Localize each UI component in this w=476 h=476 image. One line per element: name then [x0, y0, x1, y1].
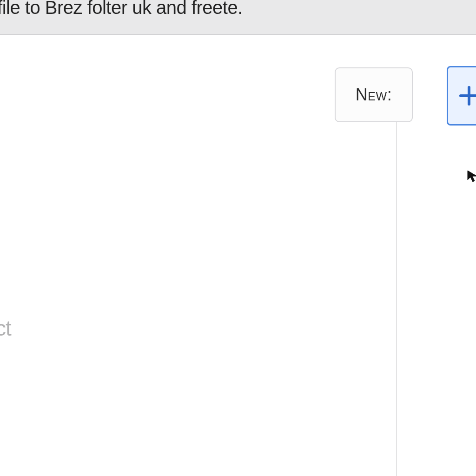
header-bar: ii's file to Brez folter uk and freete. — [0, 0, 476, 35]
add-button[interactable] — [447, 66, 476, 126]
left-placeholder-fragment: ct — [0, 316, 11, 341]
panel-divider — [396, 116, 397, 476]
cursor-icon — [467, 170, 476, 183]
new-button[interactable]: New: — [335, 67, 413, 122]
header-instruction-text: ii's file to Brez folter uk and freete. — [0, 0, 243, 18]
content-area: New: ct — [0, 35, 476, 476]
new-button-label: New: — [356, 85, 392, 105]
plus-icon — [472, 83, 476, 109]
